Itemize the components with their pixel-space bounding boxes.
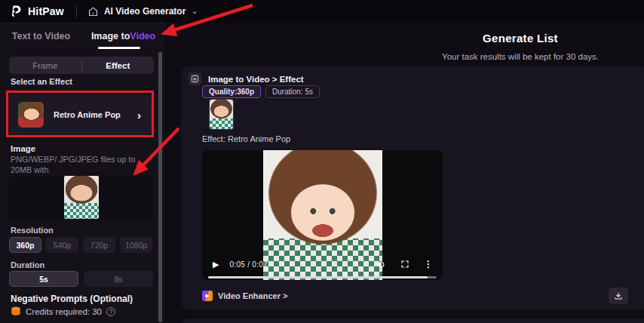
sidebar-scrollbar[interactable] (158, 52, 162, 322)
video-controls: ▶ 0:05 / 0:07 ⋮ (202, 254, 443, 274)
negative-prompts-label: Negative Prompts (Optional) (11, 294, 133, 304)
image-section-label: Image (11, 144, 35, 153)
seek-bar-progress (208, 276, 428, 278)
settings-sidebar: Text to Video Image to Video Frame Effec… (0, 23, 164, 323)
duration-5s-button[interactable]: 5s (9, 271, 78, 287)
help-icon[interactable]: ? (106, 307, 115, 316)
duration-badge: Duration: 5s (265, 85, 320, 98)
page-title: Generate List (332, 32, 644, 45)
image-upload-area[interactable] (9, 176, 154, 219)
video-mode-tabs: Text to Video Image to Video (0, 23, 164, 50)
generate-list-header: Generate List Your task results will be … (332, 32, 644, 61)
video-seek-bar[interactable] (208, 276, 437, 278)
breadcrumb: Image to Video > Effect (208, 75, 304, 84)
uploaded-photo (64, 176, 99, 219)
topbar-divider (76, 5, 77, 17)
app-title: AI Video Generator (104, 6, 186, 17)
resolution-label: Resolution (11, 226, 54, 235)
source-image-thumbnail[interactable] (209, 99, 234, 130)
effect-thumbnail (18, 102, 44, 128)
resolution-1080p-button[interactable]: 1080p (120, 237, 152, 253)
toggle-option-effect[interactable]: Effect (82, 61, 155, 70)
toggle-option-frame[interactable]: Frame (9, 61, 81, 70)
task-card: Image to Video > Effect Quality:360p Dur… (181, 66, 644, 309)
coins-icon (11, 306, 21, 316)
resolution-540p-button[interactable]: 540p (46, 237, 78, 253)
credits-row: Credits required: 30 ? (11, 306, 115, 316)
page-subtitle: Your task results will be kept for 30 da… (332, 52, 644, 61)
video-enhancer-link[interactable]: ▶ Video Enhancer > (202, 291, 287, 301)
hitpaw-logo-icon (7, 3, 23, 20)
play-icon[interactable]: ▶ (213, 260, 219, 269)
task-effect-label: Effect: Retro Anime Pop (202, 134, 290, 143)
duration-options: 5s 8s (9, 271, 153, 287)
brand-name: HitPaw (28, 5, 64, 17)
fullscreen-icon[interactable] (400, 260, 409, 269)
task-footer: ▶ Video Enhancer > (202, 288, 628, 304)
quality-badge: Quality:360p (202, 85, 261, 98)
topbar: HitPaw AI Video Generator ⌄ (0, 0, 644, 23)
tab-text-to-video[interactable]: Text to Video (0, 23, 82, 49)
video-time: 0:05 / 0:07 (229, 260, 268, 269)
chevron-down-icon: ⌄ (191, 6, 198, 16)
more-options-icon[interactable]: ⋮ (424, 259, 433, 269)
duration-8s-button[interactable]: 8s (84, 271, 153, 287)
resolution-360p-button[interactable]: 360p (9, 237, 41, 253)
video-player[interactable]: ▶ 0:05 / 0:07 ⋮ (202, 150, 443, 280)
active-tab-underline (98, 47, 140, 49)
download-button[interactable] (609, 288, 628, 304)
image-to-video-icon (189, 72, 201, 85)
select-effect-label: Select an Effect (11, 77, 72, 86)
credits-required-text: Credits required: 30 (26, 307, 102, 316)
download-icon (614, 291, 623, 300)
resolution-720p-button[interactable]: 720p (83, 237, 115, 253)
frame-effect-toggle: Frame Effect (9, 57, 154, 74)
selected-effect-card[interactable]: Retro Anime Pop › (8, 94, 152, 135)
tab-image-to-video[interactable]: Image to Video (82, 23, 164, 49)
app-switcher-dropdown[interactable]: AI Video Generator ⌄ (87, 6, 198, 17)
effect-name: Retro Anime Pop (54, 110, 137, 119)
home-icon (87, 6, 99, 17)
next-task-card-edge (181, 318, 644, 323)
duration-label: Duration (11, 260, 44, 269)
hitpaw-app-window: HitPaw AI Video Generator ⌄ Text to Vide… (0, 0, 644, 323)
task-header: Image to Video > Effect (189, 72, 304, 85)
video-enhancer-icon: ▶ (202, 291, 213, 301)
resolution-options: 360p 540p 720p 1080p (9, 237, 152, 253)
volume-icon[interactable] (376, 260, 386, 269)
chevron-right-icon: › (137, 109, 141, 122)
task-badges: Quality:360p Duration: 5s (202, 85, 320, 98)
